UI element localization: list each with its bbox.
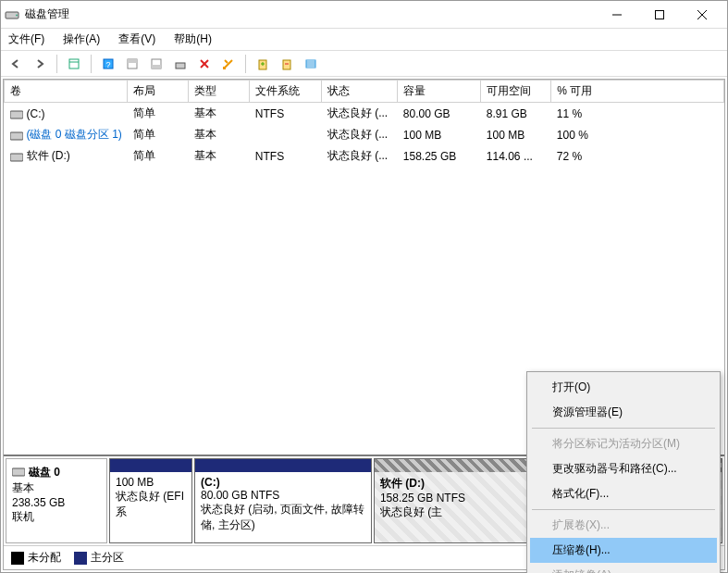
ctx-explorer[interactable]: 资源管理器(E) bbox=[530, 400, 717, 425]
table-row[interactable]: (磁盘 0 磁盘分区 1)简单基本状态良好 (...100 MB100 MB10… bbox=[5, 124, 724, 145]
col-capacity[interactable]: 容量 bbox=[398, 81, 481, 103]
col-fs[interactable]: 文件系统 bbox=[250, 81, 322, 103]
volume-name: (C:) bbox=[27, 107, 45, 120]
back-button[interactable] bbox=[5, 53, 27, 75]
cell-status: 状态良好 (... bbox=[322, 103, 398, 125]
menu-file[interactable]: 文件(F) bbox=[5, 30, 48, 49]
show-hide-button[interactable] bbox=[63, 53, 85, 75]
delete-icon[interactable] bbox=[193, 53, 216, 75]
ctx-mirror: 添加镜像(A)... bbox=[530, 563, 717, 573]
svg-rect-3 bbox=[656, 10, 664, 19]
context-menu: 打开(O) 资源管理器(E) 将分区标记为活动分区(M) 更改驱动器号和路径(C… bbox=[526, 371, 721, 573]
cell-layout: 简单 bbox=[128, 124, 189, 145]
menu-help[interactable]: 帮助(H) bbox=[170, 30, 216, 49]
cell-status: 状态良好 (... bbox=[322, 145, 398, 167]
svg-rect-27 bbox=[12, 468, 25, 476]
cell-type: 基本 bbox=[189, 124, 250, 145]
part-size: 80.00 GB NTFS bbox=[201, 489, 365, 502]
ctx-format[interactable]: 格式化(F)... bbox=[530, 481, 717, 506]
menubar: 文件(F) 操作(A) 查看(V) 帮助(H) bbox=[1, 29, 727, 51]
legend-unallocated: 未分配 bbox=[28, 551, 61, 564]
cell-free: 114.06 ... bbox=[481, 145, 551, 167]
svg-text:?: ? bbox=[105, 60, 110, 69]
svg-rect-25 bbox=[10, 132, 23, 140]
cell-pct: 72 % bbox=[551, 145, 724, 167]
svg-rect-11 bbox=[128, 59, 137, 63]
cell-pct: 100 % bbox=[551, 124, 724, 145]
part-title: (C:) bbox=[201, 476, 220, 489]
ctx-extend: 扩展卷(X)... bbox=[530, 513, 717, 538]
titlebar: 磁盘管理 bbox=[1, 1, 727, 29]
window-title: 磁盘管理 bbox=[25, 6, 596, 22]
ctx-mark-active: 将分区标记为活动分区(M) bbox=[530, 431, 717, 456]
cell-fs: NTFS bbox=[250, 145, 322, 167]
svg-rect-18 bbox=[283, 60, 290, 69]
forward-button[interactable] bbox=[29, 53, 51, 75]
maximize-button[interactable] bbox=[638, 1, 681, 29]
ctx-change-letter[interactable]: 更改驱动器号和路径(C)... bbox=[530, 456, 717, 481]
col-pct[interactable]: % 可用 bbox=[551, 81, 724, 103]
partition-efi[interactable]: 100 MB 状态良好 (EFI 系 bbox=[109, 458, 192, 543]
cell-fs bbox=[250, 124, 322, 145]
list-icon[interactable] bbox=[300, 53, 322, 75]
part-status: 状态良好 (EFI 系 bbox=[116, 489, 186, 520]
minimize-button[interactable] bbox=[596, 1, 638, 29]
drive-icon bbox=[10, 109, 23, 118]
cell-free: 8.91 GB bbox=[481, 103, 551, 125]
legend-primary: 主分区 bbox=[91, 551, 124, 564]
cell-fs: NTFS bbox=[250, 103, 322, 125]
svg-point-1 bbox=[16, 14, 18, 16]
help-button[interactable]: ? bbox=[97, 53, 119, 75]
disk-size: 238.35 GB bbox=[12, 496, 101, 509]
volume-name: (磁盘 0 磁盘分区 1) bbox=[27, 128, 122, 141]
svg-rect-14 bbox=[176, 63, 185, 69]
col-volume[interactable]: 卷 bbox=[5, 81, 128, 103]
cell-layout: 简单 bbox=[128, 103, 189, 125]
cell-capacity: 100 MB bbox=[398, 124, 481, 145]
drive-icon bbox=[10, 131, 23, 140]
cell-pct: 11 % bbox=[551, 103, 724, 125]
properties-button[interactable] bbox=[217, 53, 240, 75]
part-status: 状态良好 (启动, 页面文件, 故障转储, 主分区) bbox=[201, 502, 365, 533]
view-bottom-button[interactable] bbox=[145, 53, 167, 75]
cell-type: 基本 bbox=[189, 103, 250, 125]
volume-name: 软件 (D:) bbox=[27, 149, 70, 162]
disk-status: 联机 bbox=[12, 509, 101, 525]
disk-management-window: 磁盘管理 文件(F) 操作(A) 查看(V) 帮助(H) ? bbox=[0, 0, 728, 573]
disk-info-panel[interactable]: 磁盘 0 基本 238.35 GB 联机 bbox=[6, 458, 107, 543]
disk-icon bbox=[12, 467, 25, 480]
menu-view[interactable]: 查看(V) bbox=[115, 30, 159, 49]
svg-rect-24 bbox=[10, 111, 23, 118]
part-size: 100 MB bbox=[116, 476, 186, 489]
disk-type: 基本 bbox=[12, 480, 101, 496]
cell-layout: 简单 bbox=[128, 145, 189, 167]
svg-rect-13 bbox=[152, 65, 161, 69]
settings-button[interactable] bbox=[169, 53, 191, 75]
app-icon bbox=[5, 7, 19, 22]
close-button[interactable] bbox=[681, 1, 723, 29]
partition-c[interactable]: (C:) 80.00 GB NTFS 状态良好 (启动, 页面文件, 故障转储,… bbox=[194, 458, 372, 543]
cell-capacity: 80.00 GB bbox=[398, 103, 481, 125]
cell-status: 状态良好 (... bbox=[322, 124, 398, 145]
table-row[interactable]: (C:)简单基本NTFS状态良好 (...80.00 GB8.91 GB11 % bbox=[5, 103, 724, 125]
disk-name: 磁盘 0 bbox=[29, 465, 60, 480]
action-icon-2[interactable] bbox=[276, 53, 298, 75]
table-row[interactable]: 软件 (D:)简单基本NTFS状态良好 (...158.25 GB114.06 … bbox=[5, 145, 724, 167]
part-title: 软件 (D:) bbox=[380, 477, 425, 490]
cell-free: 100 MB bbox=[481, 124, 551, 145]
cell-type: 基本 bbox=[189, 145, 250, 167]
menu-action[interactable]: 操作(A) bbox=[59, 30, 104, 49]
ctx-open[interactable]: 打开(O) bbox=[530, 375, 717, 400]
drive-icon bbox=[10, 152, 23, 161]
view-top-button[interactable] bbox=[121, 53, 143, 75]
toolbar: ? bbox=[1, 51, 727, 77]
cell-capacity: 158.25 GB bbox=[398, 145, 481, 167]
col-status[interactable]: 状态 bbox=[322, 81, 398, 103]
col-layout[interactable]: 布局 bbox=[128, 81, 189, 103]
svg-rect-6 bbox=[69, 59, 79, 69]
ctx-shrink[interactable]: 压缩卷(H)... bbox=[530, 538, 717, 563]
svg-rect-26 bbox=[10, 154, 23, 161]
col-free[interactable]: 可用空间 bbox=[481, 81, 551, 103]
col-type[interactable]: 类型 bbox=[189, 81, 250, 103]
action-icon-1[interactable] bbox=[252, 53, 274, 75]
